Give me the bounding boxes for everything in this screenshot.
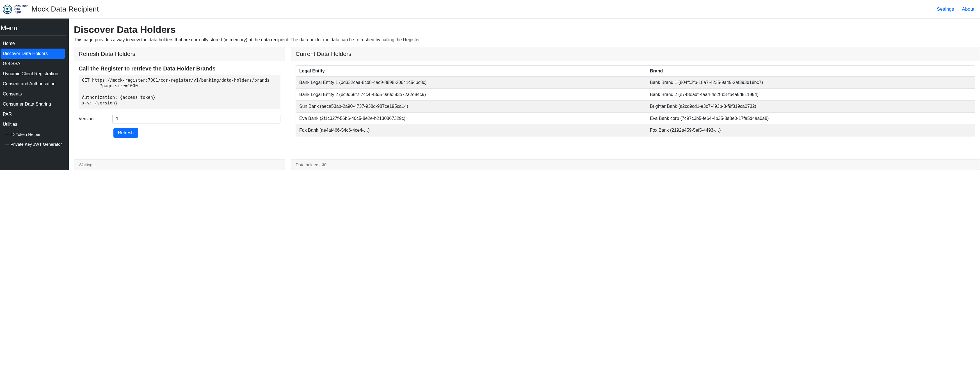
holders-count-label: Data holders: — [296, 162, 322, 167]
cell-brand: Brighter Bank (a2cd9cd1-e3c7-493b-8-f9f3… — [646, 100, 975, 113]
nav-item-par[interactable]: PAR — [0, 109, 69, 120]
cell-legal-entity: Bank Legal Entity 1 (0d332caa-8cd8-4ac9-… — [296, 77, 646, 89]
refresh-card-footer: Waiting... — [74, 159, 285, 170]
nav-item-consents[interactable]: Consents — [0, 89, 69, 99]
app-header: Consumer Data Right Mock Data Recipient … — [0, 0, 980, 19]
nav-item-discover-data-holders[interactable]: Discover Data Holders — [0, 49, 65, 59]
settings-link[interactable]: Settings — [937, 6, 954, 12]
nav-item-private-key-jwt[interactable]: — Private Key JWT Generator — [0, 139, 69, 149]
table-row: Eva Bank (2f1c327f-56b6-40c5-8e2e-b21308… — [296, 112, 975, 124]
page-title: Discover Data Holders — [74, 24, 980, 35]
app-title: Mock Data Recipient — [32, 5, 99, 13]
refresh-data-holders-card: Refresh Data Holders Call the Register t… — [74, 47, 285, 170]
nav-item-get-ssa[interactable]: Get SSA — [0, 59, 69, 69]
cell-legal-entity: Sun Bank (aeca53ab-2a90-4737-938d-987ce1… — [296, 100, 646, 113]
cell-brand: Bank Brand 2 (e748eadf-4aa4-4e2f-b3-fb4a… — [646, 88, 975, 100]
nav-item-consent-authorisation[interactable]: Consent and Authorisation — [0, 79, 69, 89]
col-brand: Brand — [646, 66, 975, 77]
holders-card-header: Current Data Holders — [291, 47, 980, 61]
cdr-logo: Consumer Data Right — [2, 3, 27, 16]
version-input[interactable] — [112, 114, 280, 124]
request-code-block: GET https://mock-register:7001/cdr-regis… — [79, 75, 280, 108]
cell-legal-entity: Fox Bank (ae4af466-54c6-4ce4-…) — [296, 124, 646, 136]
about-link[interactable]: About — [962, 6, 974, 12]
refresh-section-title: Call the Register to retrieve the Data H… — [79, 65, 280, 72]
cell-legal-entity: Bank Legal Entity 2 (bc9d68f2-74c4-43d5-… — [296, 88, 646, 100]
refresh-card-header: Refresh Data Holders — [74, 47, 285, 61]
current-data-holders-card: Current Data Holders Legal Entity Brand … — [291, 47, 980, 170]
version-label: Version — [79, 116, 107, 121]
table-row: Sun Bank (aeca53ab-2a90-4737-938d-987ce1… — [296, 100, 975, 113]
holders-count-value: 30 — [322, 162, 326, 167]
sidebar: Menu Home Discover Data Holders Get SSA … — [0, 19, 69, 170]
menu-title: Menu — [0, 24, 66, 36]
nav-item-home[interactable]: Home — [0, 38, 69, 49]
cell-brand: Eva Bank corp (7c97c3b5-fe64-4b35-8a8e0-… — [646, 112, 975, 124]
header-right: Settings About — [937, 6, 974, 12]
nav-list: Home Discover Data Holders Get SSA Dynam… — [0, 38, 69, 149]
nav-item-utilities[interactable]: Utilities — [0, 120, 69, 129]
header-left: Consumer Data Right Mock Data Recipient — [2, 3, 99, 16]
nav-item-id-token-helper[interactable]: — ID Token Helper — [0, 129, 69, 139]
refresh-button[interactable]: Refresh — [113, 128, 138, 138]
cell-brand: Fox Bank (2192a459-5ef5-4493-…) — [646, 124, 975, 136]
nav-item-dynamic-client-registration[interactable]: Dynamic Client Registration — [0, 69, 69, 79]
svg-point-2 — [6, 8, 8, 10]
table-row: Bank Legal Entity 2 (bc9d68f2-74c4-43d5-… — [296, 88, 975, 100]
page-description: This page provides a way to view the dat… — [74, 37, 980, 42]
nav-item-consumer-data-sharing[interactable]: Consumer Data Sharing — [0, 99, 69, 109]
data-holders-table: Legal Entity Brand Bank Legal Entity 1 (… — [296, 66, 975, 136]
main-content: Discover Data Holders This page provides… — [69, 19, 980, 170]
col-legal-entity: Legal Entity — [296, 66, 646, 77]
holders-card-footer: Data holders: 30 — [291, 159, 980, 170]
table-row: Bank Legal Entity 1 (0d332caa-8cd8-4ac9-… — [296, 77, 975, 89]
logo-text-bottom: Data Right — [14, 8, 27, 13]
table-row: Fox Bank (ae4af466-54c6-4ce4-…)Fox Bank … — [296, 124, 975, 136]
cell-brand: Bank Brand 1 (804fc2fb-18a7-4235-9a49-2a… — [646, 77, 975, 89]
cell-legal-entity: Eva Bank (2f1c327f-56b6-40c5-8e2e-b21308… — [296, 112, 646, 124]
